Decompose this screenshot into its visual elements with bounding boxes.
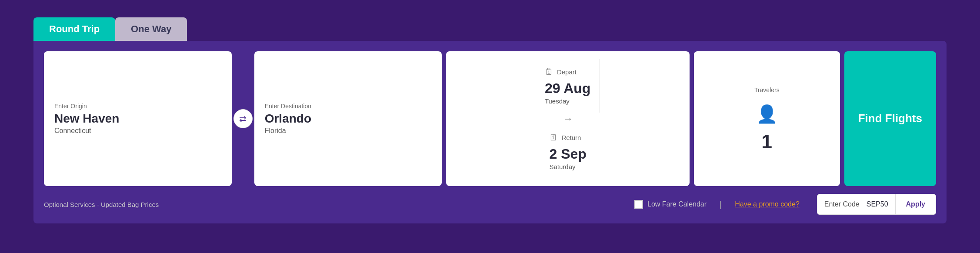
low-fare-checkbox[interactable] bbox=[634, 200, 643, 209]
swap-button[interactable]: ⇄ bbox=[233, 109, 253, 128]
return-header: 🗓 Return bbox=[549, 133, 586, 143]
trip-type-tabs: Round Trip One Way bbox=[33, 17, 947, 41]
origin-state: Connecticut bbox=[54, 127, 221, 135]
promo-code-label: Enter Code bbox=[817, 195, 867, 213]
depart-weekday: Tuesday bbox=[545, 97, 591, 105]
destination-field[interactable]: Enter Destination Orlando Florida bbox=[254, 51, 442, 186]
find-flights-button[interactable]: Find Flights bbox=[844, 51, 936, 186]
origin-field[interactable]: Enter Origin New Haven Connecticut bbox=[44, 51, 232, 186]
return-date: 2 Sep bbox=[549, 146, 586, 162]
travelers-count: 1 bbox=[762, 132, 772, 151]
date-arrow-icon: → bbox=[559, 113, 577, 125]
destination-state: Florida bbox=[265, 127, 432, 135]
travelers-info: Travelers bbox=[754, 87, 780, 96]
destination-label: Enter Destination bbox=[265, 103, 432, 110]
depart-label: Depart bbox=[557, 68, 577, 76]
return-calendar-icon: 🗓 bbox=[549, 133, 558, 143]
tab-one-way[interactable]: One Way bbox=[115, 17, 187, 41]
depart-header: 🗓 Depart bbox=[545, 67, 591, 77]
destination-city: Orlando bbox=[265, 112, 432, 126]
origin-city: New Haven bbox=[54, 112, 221, 126]
promo-code-value: SEP50 bbox=[867, 195, 895, 213]
travelers-label: Travelers bbox=[754, 87, 780, 93]
optional-services-text: Optional Services - Updated Bag Prices bbox=[44, 201, 159, 208]
return-weekday: Saturday bbox=[549, 163, 586, 170]
flight-search-container: Round Trip One Way Enter Origin New Have… bbox=[33, 17, 947, 223]
tab-round-trip[interactable]: Round Trip bbox=[33, 17, 115, 41]
origin-label: Enter Origin bbox=[54, 103, 221, 110]
promo-code-container: Enter Code SEP50 Apply bbox=[817, 194, 936, 215]
search-fields: Enter Origin New Haven Connecticut ⇄ Ent… bbox=[44, 51, 936, 186]
depart-section[interactable]: 🗓 Depart 29 Aug Tuesday bbox=[536, 59, 600, 113]
dates-field[interactable]: 🗓 Depart 29 Aug Tuesday → 🗓 Return 2 Sep… bbox=[446, 51, 690, 186]
return-section[interactable]: 🗓 Return 2 Sep Saturday bbox=[540, 125, 595, 178]
return-label: Return bbox=[561, 134, 581, 141]
low-fare-section: Low Fare Calendar bbox=[634, 200, 707, 209]
travelers-field[interactable]: Travelers 👤 1 bbox=[694, 51, 840, 186]
traveler-icon: 👤 bbox=[756, 104, 778, 124]
depart-calendar-icon: 🗓 bbox=[545, 67, 553, 77]
search-bar: Enter Origin New Haven Connecticut ⇄ Ent… bbox=[33, 41, 947, 223]
promo-code-link[interactable]: Have a promo code? bbox=[735, 200, 800, 208]
search-bottom: Optional Services - Updated Bag Prices L… bbox=[44, 194, 936, 215]
apply-button[interactable]: Apply bbox=[895, 194, 936, 214]
low-fare-label: Low Fare Calendar bbox=[647, 200, 707, 208]
depart-date: 29 Aug bbox=[545, 80, 591, 97]
swap-icon: ⇄ bbox=[239, 113, 247, 124]
divider: | bbox=[720, 200, 722, 210]
